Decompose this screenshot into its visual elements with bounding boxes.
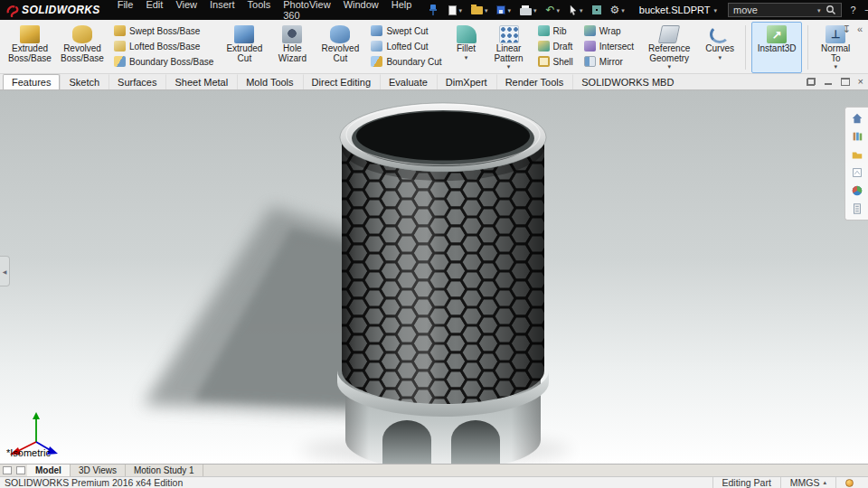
- sheet-splitter-icon[interactable]: [16, 466, 25, 474]
- new-document-button[interactable]: ▾: [445, 0, 466, 20]
- search-caret-icon[interactable]: ▾: [817, 7, 821, 14]
- cursor-icon: [569, 5, 578, 15]
- ribbon-button-draft[interactable]: Draft: [534, 39, 577, 53]
- file-properties-button[interactable]: [589, 0, 605, 20]
- ribbon-button-swept-cut[interactable]: Swept Cut: [367, 23, 445, 38]
- intersect-icon: [584, 41, 596, 52]
- doc-close-icon[interactable]: ×: [858, 78, 863, 86]
- extruded-boss-base-icon: [20, 25, 40, 43]
- ribbon-button-hole-wizard[interactable]: Hole Wizard: [270, 22, 314, 73]
- rib-draft-shell-stack: Rib Draft Shell: [533, 22, 579, 73]
- options-button[interactable]: ⚙ ▾: [607, 0, 628, 20]
- ribbon-button-reference-geometry[interactable]: Reference Geometry ▾: [640, 22, 698, 73]
- ribbon-button-linear-pattern[interactable]: Linear Pattern ▾: [486, 22, 532, 73]
- print-button[interactable]: ▾: [516, 0, 541, 20]
- hole-wizard-icon: [282, 25, 302, 43]
- tab-evaluate[interactable]: Evaluate: [380, 74, 437, 89]
- ribbon-button-extruded-cut[interactable]: Extruded Cut: [220, 22, 269, 73]
- tab-direct-editing[interactable]: Direct Editing: [303, 74, 380, 89]
- graphics-viewport[interactable]: ◀ *Isometric: [0, 90, 868, 464]
- swept-cut-icon: [371, 25, 382, 36]
- caret-icon: ▾: [580, 7, 583, 14]
- doc-maximize-icon[interactable]: [841, 78, 850, 86]
- curves-caret-icon: ▾: [718, 55, 722, 61]
- file-explorer-folder-icon[interactable]: [850, 147, 864, 162]
- command-search-box: ▾: [728, 3, 842, 17]
- bottom-tab-motion-study-1[interactable]: Motion Study 1: [126, 465, 203, 476]
- ribbon-button-intersect[interactable]: Intersect: [580, 39, 637, 53]
- caret-icon: ▾: [557, 7, 561, 14]
- custom-properties-icon[interactable]: [850, 202, 864, 216]
- solidworks-logo-icon: [5, 4, 19, 17]
- ribbon-button-revolved-cut[interactable]: Revolved Cut: [316, 22, 364, 73]
- ribbon-button-lofted-cut[interactable]: Lofted Cut: [367, 39, 445, 53]
- doc-minimize-icon[interactable]: [824, 78, 833, 86]
- ribbon-button-extruded-boss-base[interactable]: Extruded Boss/Base: [5, 22, 55, 73]
- caret-icon: ▾: [621, 7, 625, 14]
- curves-icon: [710, 25, 730, 43]
- graphics-area[interactable]: [0, 90, 868, 464]
- open-document-button[interactable]: ▾: [467, 0, 492, 20]
- view-palette-icon[interactable]: [850, 165, 864, 180]
- document-window-controls: ×: [807, 78, 863, 86]
- ribbon-collapse-icon[interactable]: «: [857, 23, 863, 35]
- doc-restore-icon[interactable]: [807, 78, 816, 86]
- configuration-tab-bar: Model 3D Views Motion Study 1: [0, 464, 868, 476]
- bucket-interior: [356, 112, 530, 161]
- ribbon-button-boundary-cut[interactable]: Boundary Cut: [367, 54, 445, 69]
- tab-dimxpert[interactable]: DimXpert: [437, 74, 496, 89]
- shell-icon: [538, 56, 550, 67]
- ribbon-button-boundary-boss-base[interactable]: Boundary Boss/Base: [110, 54, 217, 69]
- wrap-intersect-mirror-stack: Wrap Intersect Mirror: [579, 22, 639, 73]
- tab-surfaces[interactable]: Surfaces: [108, 74, 165, 89]
- wrap-icon: [584, 25, 596, 36]
- tab-mold-tools[interactable]: Mold Tools: [237, 74, 302, 89]
- bucket-model[interactable]: [337, 103, 549, 464]
- ribbon-corner-controls: ↧ «: [843, 23, 863, 35]
- featuremanager-collapse-handle[interactable]: ◀: [0, 256, 10, 286]
- boundary-boss-base-icon: [114, 56, 126, 67]
- select-button[interactable]: ▾: [565, 0, 587, 20]
- search-icon[interactable]: [826, 5, 836, 15]
- appearances-scenes-icon[interactable]: [850, 183, 864, 198]
- save-button[interactable]: ▾: [493, 0, 514, 20]
- app-minimize-button[interactable]: ─: [865, 0, 868, 20]
- ribbon-button-instant3d[interactable]: ↗ Instant3D: [751, 22, 802, 73]
- bottom-tab-3d-views[interactable]: 3D Views: [71, 465, 126, 476]
- linear-pattern-caret-icon: ▾: [507, 64, 511, 70]
- rib-icon: [538, 25, 550, 36]
- tab-sketch[interactable]: Sketch: [60, 74, 108, 89]
- lofted-cut-icon: [371, 41, 382, 52]
- fillet-caret-icon: ▾: [465, 55, 468, 61]
- ribbon-button-rib[interactable]: Rib: [534, 23, 577, 38]
- mirror-icon: [584, 56, 596, 67]
- bottom-tab-model[interactable]: Model: [27, 465, 71, 476]
- design-library-icon[interactable]: [850, 129, 864, 144]
- ribbon-button-swept-boss-base[interactable]: Swept Boss/Base: [110, 23, 217, 38]
- solidworks-resources-home-icon[interactable]: [850, 111, 864, 126]
- ribbon-button-lofted-boss-base[interactable]: Lofted Boss/Base: [110, 39, 217, 53]
- lofted-boss-base-icon: [114, 41, 126, 52]
- help-button[interactable]: ?: [844, 5, 863, 15]
- pin-menu-icon[interactable]: [429, 4, 438, 16]
- tab-features[interactable]: Features: [3, 74, 60, 89]
- ribbon-button-curves[interactable]: Curves ▾: [700, 22, 740, 73]
- tab-render-tools[interactable]: Render Tools: [496, 74, 573, 89]
- ribbon-button-wrap[interactable]: Wrap: [580, 23, 637, 38]
- status-tip-segment[interactable]: [835, 477, 868, 488]
- fillet-icon: [457, 25, 476, 43]
- tab-sheet-metal[interactable]: Sheet Metal: [165, 74, 237, 89]
- search-input[interactable]: [733, 5, 813, 15]
- status-units-selector[interactable]: MMGS ▴: [780, 477, 835, 488]
- ribbon-button-mirror[interactable]: Mirror: [580, 54, 637, 69]
- taskpane-pin-icon[interactable]: ↧: [843, 23, 851, 35]
- tab-solidworks-mbd[interactable]: SOLIDWORKS MBD: [572, 74, 683, 89]
- ribbon-button-fillet[interactable]: Fillet ▾: [448, 22, 485, 73]
- document-title-caret-icon[interactable]: ▾: [713, 7, 717, 14]
- sheet-splitter-icon[interactable]: [3, 466, 12, 474]
- ribbon-button-revolved-boss-base[interactable]: Revolved Boss/Base: [57, 22, 108, 73]
- reference-geometry-icon: [658, 25, 680, 43]
- properties-grid-icon: [592, 5, 601, 14]
- undo-button[interactable]: ↶ ▾: [542, 0, 563, 20]
- ribbon-button-shell[interactable]: Shell: [534, 54, 577, 69]
